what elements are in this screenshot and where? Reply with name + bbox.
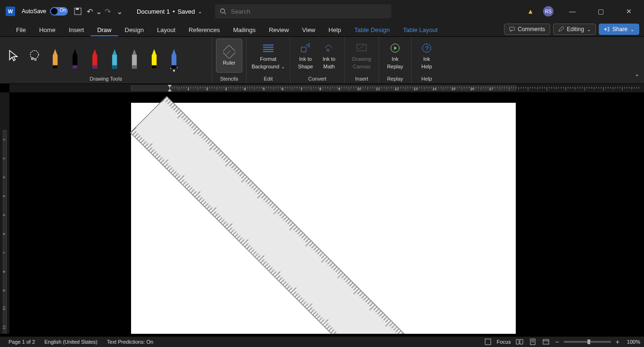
svg-marker-14	[93, 49, 97, 55]
lines-icon	[262, 42, 274, 54]
highlighter-yellow[interactable]	[144, 39, 164, 73]
document-title[interactable]: Document 1 • Saved ⌄	[137, 8, 202, 15]
tab-home[interactable]: Home	[33, 25, 62, 36]
redo-icon[interactable]: ↷	[105, 7, 111, 16]
tab-view[interactable]: View	[296, 25, 322, 36]
pen-orange[interactable]	[45, 39, 65, 73]
pencil-gray[interactable]	[124, 39, 144, 73]
svg-rect-16	[92, 65, 97, 68]
sys-icons: ▲ RS — ▢ ✕	[527, 2, 638, 21]
editing-mode-button[interactable]: Editing ⌄	[553, 24, 596, 35]
tab-review[interactable]: Review	[262, 25, 296, 36]
svg-rect-13	[73, 65, 77, 68]
print-layout-icon[interactable]	[528, 338, 537, 346]
language-indicator[interactable]: English (United States)	[40, 339, 102, 345]
autosave[interactable]: AutoSave On	[22, 7, 68, 16]
minimize-icon[interactable]: —	[563, 2, 582, 21]
share-button[interactable]: Share ⌄	[599, 24, 639, 35]
search-box[interactable]	[215, 4, 391, 18]
ink-to-shape-button[interactable]: Ink to Shape	[294, 39, 317, 73]
title-sep: •	[173, 8, 175, 15]
search-input[interactable]	[231, 8, 387, 15]
tab-file[interactable]: File	[9, 25, 33, 36]
dc-l1: Drawing	[352, 56, 371, 62]
focus-label[interactable]: Focus	[497, 339, 511, 345]
user-avatar[interactable]: RS	[543, 6, 553, 17]
group-convert: Ink to Shape π Ink to Math Convert	[290, 37, 345, 83]
ink-to-math-button[interactable]: π Ink to Math	[318, 39, 340, 73]
page-indicator[interactable]: Page 1 of 2	[4, 339, 40, 345]
svg-marker-11	[73, 49, 77, 55]
comments-button[interactable]: Comments	[504, 24, 550, 35]
svg-text:16: 16	[470, 87, 474, 91]
zoom-in-icon[interactable]: +	[616, 338, 619, 346]
autosave-toggle[interactable]: On	[50, 7, 68, 16]
pen-blue-sparkle[interactable]	[164, 39, 184, 73]
lasso-tool[interactable]	[25, 39, 44, 73]
tab-mailings[interactable]: Mailings	[227, 25, 263, 36]
qat-more[interactable]: ⌄	[116, 7, 123, 16]
svg-rect-19	[112, 65, 117, 68]
svg-rect-10	[53, 65, 58, 68]
tab-design[interactable]: Design	[118, 25, 150, 36]
zoom-level[interactable]: 100%	[627, 339, 640, 345]
ribbon-tabs: File Home Insert Draw Design Layout Refe…	[0, 23, 644, 37]
focus-icon[interactable]	[484, 338, 492, 346]
tab-insert[interactable]: Insert	[62, 25, 91, 36]
close-icon[interactable]: ✕	[619, 2, 638, 21]
group-label: Insert	[348, 75, 375, 83]
select-tool[interactable]	[4, 39, 24, 73]
help-icon: ?	[421, 42, 433, 54]
svg-rect-22	[132, 65, 137, 68]
tab-help[interactable]: Help	[322, 25, 348, 36]
document-area[interactable]: 45°	[9, 92, 644, 334]
page[interactable]: 45°	[131, 103, 516, 334]
tab-references[interactable]: References	[182, 25, 226, 36]
ink-help-button[interactable]: ? Ink Help	[415, 39, 438, 73]
group-label: Edit	[250, 75, 286, 83]
warning-icon[interactable]: ▲	[527, 8, 534, 15]
app-icon: W	[6, 7, 15, 16]
share-label: Share	[612, 26, 627, 33]
web-layout-icon[interactable]	[542, 338, 550, 346]
maximize-icon[interactable]: ▢	[591, 2, 610, 21]
autosave-label: AutoSave	[22, 8, 46, 15]
svg-marker-23	[152, 49, 157, 55]
group-replay: Ink Replay Replay	[379, 37, 412, 83]
svg-rect-39	[301, 47, 306, 52]
editing-label: Editing	[567, 26, 584, 33]
ink-shape-icon	[299, 42, 312, 54]
title-caret-icon[interactable]: ⌄	[198, 9, 202, 14]
svg-rect-1	[76, 8, 79, 10]
undo-more[interactable]: ⌄	[96, 7, 102, 16]
pen-red[interactable]	[85, 39, 105, 73]
tab-table-layout[interactable]: Table Layout	[396, 25, 445, 36]
workspace: 1234567891011121314151617 1234567891011 …	[0, 84, 644, 334]
read-mode-icon[interactable]	[515, 338, 524, 346]
horizontal-ruler[interactable]: 1234567891011121314151617	[9, 84, 644, 92]
tab-layout[interactable]: Layout	[150, 25, 182, 36]
pen-galaxy[interactable]	[105, 39, 124, 73]
svg-point-7	[35, 59, 36, 60]
svg-text:14: 14	[432, 87, 437, 91]
zoom-out-icon[interactable]: −	[555, 338, 559, 346]
toggle-knob	[51, 8, 58, 15]
vertical-ruler[interactable]: 1234567891011	[0, 92, 9, 334]
format-background-button[interactable]: Format Background⌄	[250, 39, 286, 73]
zoom-slider[interactable]	[564, 341, 611, 343]
ruler-icon	[223, 46, 235, 58]
group-stencils: Ruler Stencils	[212, 37, 247, 83]
pen-black[interactable]	[65, 39, 85, 73]
save-icon[interactable]	[73, 6, 83, 17]
ruler-stencil[interactable]: 45°	[130, 96, 644, 334]
chevron-down-icon: ⌄	[281, 64, 285, 69]
ink-replay-button[interactable]: Ink Replay	[383, 39, 407, 73]
collapse-ribbon-icon[interactable]: ⌃	[635, 74, 639, 80]
tab-table-design[interactable]: Table Design	[348, 25, 396, 36]
tab-draw[interactable]: Draw	[91, 25, 118, 36]
text-predictions-indicator[interactable]: Text Predictions: On	[102, 339, 158, 345]
ruler-toggle[interactable]: Ruler	[216, 39, 242, 73]
undo-icon[interactable]: ↶	[87, 7, 93, 16]
svg-line-33	[228, 52, 229, 53]
svg-text:4: 4	[244, 87, 246, 91]
